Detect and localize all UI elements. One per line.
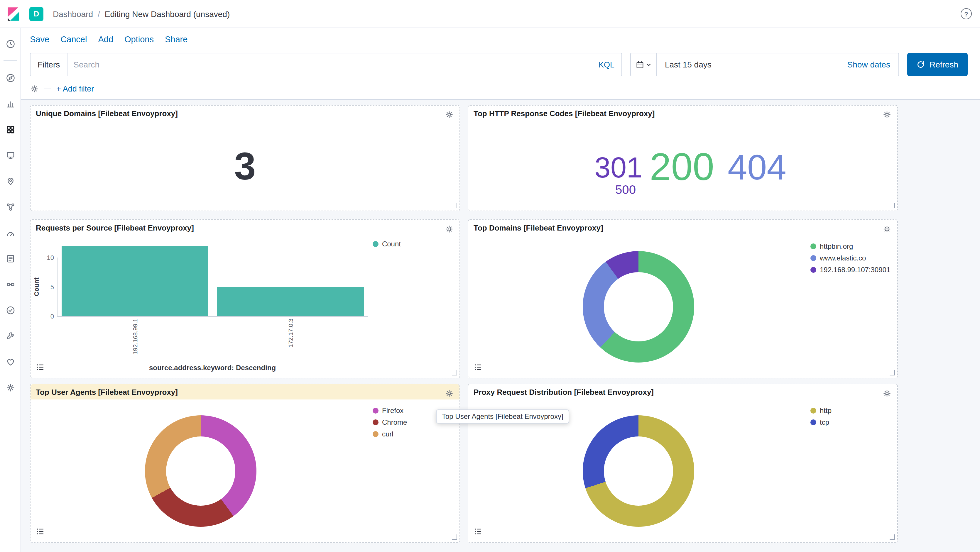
filter-options-gear-icon[interactable] xyxy=(30,84,39,93)
save-button[interactable]: Save xyxy=(30,35,49,44)
panel-gear-icon[interactable] xyxy=(444,388,455,401)
breadcrumb-separator: / xyxy=(98,9,100,19)
legend-toggle-icon[interactable] xyxy=(35,362,46,374)
legend-color-dot xyxy=(372,431,379,437)
tag-cloud-term[interactable]: 500 xyxy=(615,183,636,196)
x-axis xyxy=(57,316,368,317)
date-picker: Last 15 days Show dates xyxy=(630,53,899,76)
legend-toggle-icon[interactable] xyxy=(35,526,46,539)
space-avatar[interactable]: D xyxy=(29,7,43,21)
y-tick-label: 10 xyxy=(38,254,54,261)
panel-resize-handle[interactable] xyxy=(452,203,457,208)
legend-item[interactable]: www.elastic.co xyxy=(810,254,890,262)
sidebar xyxy=(0,28,21,552)
panel-unique-domains: Unique Domains [Filebeat Envoyproxy] 3 xyxy=(30,105,460,211)
sidebar-item-machine-learning[interactable] xyxy=(2,199,19,215)
sidebar-item-uptime[interactable] xyxy=(2,302,19,319)
panel-title: Unique Domains [Filebeat Envoyproxy] xyxy=(36,110,178,118)
panel-header: Top Domains [Filebeat Envoyproxy] xyxy=(468,220,897,235)
panel-gear-icon[interactable] xyxy=(881,388,892,401)
legend-item[interactable]: httpbin.org xyxy=(810,242,890,251)
calendar-button[interactable] xyxy=(631,53,657,76)
x-tick-label: 192.168.99.1 xyxy=(130,319,139,355)
breadcrumb: Dashboard / Editing New Dashboard (unsav… xyxy=(53,9,230,19)
options-button[interactable]: Options xyxy=(124,35,154,44)
sidebar-item-visualize[interactable] xyxy=(2,96,19,112)
sidebar-item-dev-tools[interactable] xyxy=(2,328,19,344)
panel-gear-icon[interactable] xyxy=(881,224,892,236)
panel-gear-icon[interactable] xyxy=(444,109,455,122)
panel-header: Unique Domains [Filebeat Envoyproxy] xyxy=(30,106,460,121)
search-input[interactable] xyxy=(67,53,592,76)
donut-chart[interactable] xyxy=(583,251,694,363)
panel-title: Proxy Request Distribution [Filebeat Env… xyxy=(474,388,654,397)
panel-resize-handle[interactable] xyxy=(889,370,895,376)
donut-chart[interactable] xyxy=(145,415,256,527)
kibana-logo-icon[interactable] xyxy=(0,6,27,21)
sidebar-item-canvas[interactable] xyxy=(2,147,19,164)
legend-item[interactable]: tcp xyxy=(810,418,832,427)
x-axis-title: source.address.keyword: Descending xyxy=(57,364,368,372)
cancel-button[interactable]: Cancel xyxy=(60,35,87,44)
time-range-value[interactable]: Last 15 days xyxy=(657,53,839,76)
legend-item[interactable]: curl xyxy=(372,430,407,438)
legend-item[interactable]: Count xyxy=(372,240,401,248)
sidebar-item-metrics[interactable] xyxy=(2,225,19,241)
sidebar-item-management[interactable] xyxy=(2,379,19,396)
panel-resize-handle[interactable] xyxy=(452,370,457,376)
filters-button[interactable]: Filters xyxy=(30,53,67,76)
bar[interactable] xyxy=(217,287,364,316)
panel-header: Requests per Source [Filebeat Envoyproxy… xyxy=(30,220,460,235)
tag-cloud: 301200404500 xyxy=(468,121,897,211)
y-axis-title: Count xyxy=(33,278,40,296)
sidebar-item-discover[interactable] xyxy=(2,70,19,86)
panel-top-user-agents: Top User Agents [Filebeat Envoyproxy] Fi… xyxy=(30,384,460,542)
add-button[interactable]: Add xyxy=(98,35,113,44)
panel-header: Proxy Request Distribution [Filebeat Env… xyxy=(468,384,897,400)
legend-toggle-icon[interactable] xyxy=(473,526,484,539)
panel-resize-handle[interactable] xyxy=(452,535,457,540)
tag-cloud-term[interactable]: 404 xyxy=(728,150,786,186)
donut-chart[interactable] xyxy=(583,415,694,527)
kql-language-button[interactable]: KQL xyxy=(592,53,622,76)
chart-legend: FirefoxChromecurl xyxy=(372,406,407,438)
panel-proxy-request-distribution: Proxy Request Distribution [Filebeat Env… xyxy=(468,384,898,542)
legend-item[interactable]: Firefox xyxy=(372,406,407,415)
add-filter-link[interactable]: + Add filter xyxy=(56,84,94,93)
sidebar-item-dashboard[interactable] xyxy=(2,121,19,138)
sidebar-item-stack-monitoring[interactable] xyxy=(2,354,19,370)
sidebar-item-apm[interactable] xyxy=(2,276,19,293)
legend-item[interactable]: 192.168.99.107:30901 xyxy=(810,266,890,274)
panel-requests-per-source: Requests per Source [Filebeat Envoyproxy… xyxy=(30,219,460,378)
panel-header: Top User Agents [Filebeat Envoyproxy] xyxy=(30,384,460,400)
refresh-button[interactable]: Refresh xyxy=(907,53,968,76)
help-button[interactable]: ? xyxy=(961,8,972,19)
help-icon: ? xyxy=(961,8,972,19)
tag-cloud-term[interactable]: 200 xyxy=(650,147,714,186)
panel-resize-handle[interactable] xyxy=(889,203,895,208)
legend-label: Count xyxy=(382,240,401,248)
legend-color-dot xyxy=(372,408,379,414)
panel-gear-icon[interactable] xyxy=(881,109,892,122)
panel-title: Requests per Source [Filebeat Envoyproxy… xyxy=(36,224,194,233)
breadcrumb-dashboard[interactable]: Dashboard xyxy=(53,9,93,19)
sidebar-divider xyxy=(3,60,17,61)
legend-label: www.elastic.co xyxy=(820,254,866,262)
sidebar-item-recently-viewed[interactable] xyxy=(2,36,19,52)
legend-toggle-icon[interactable] xyxy=(473,362,484,374)
panel-gear-icon[interactable] xyxy=(444,224,455,236)
share-button[interactable]: Share xyxy=(165,35,188,44)
legend-item[interactable]: http xyxy=(810,406,832,415)
sidebar-item-maps[interactable] xyxy=(2,173,19,189)
show-dates-button[interactable]: Show dates xyxy=(839,53,899,76)
tag-cloud-term[interactable]: 301 xyxy=(595,154,643,182)
donut-hole xyxy=(604,436,673,506)
legend-color-dot xyxy=(810,255,816,261)
legend-item[interactable]: Chrome xyxy=(372,418,407,427)
legend-label: 192.168.99.107:30901 xyxy=(820,266,890,274)
bar[interactable] xyxy=(61,246,208,316)
legend-label: tcp xyxy=(820,418,829,427)
panel-resize-handle[interactable] xyxy=(889,535,895,540)
legend-label: curl xyxy=(382,430,393,438)
sidebar-item-logs[interactable] xyxy=(2,251,19,267)
